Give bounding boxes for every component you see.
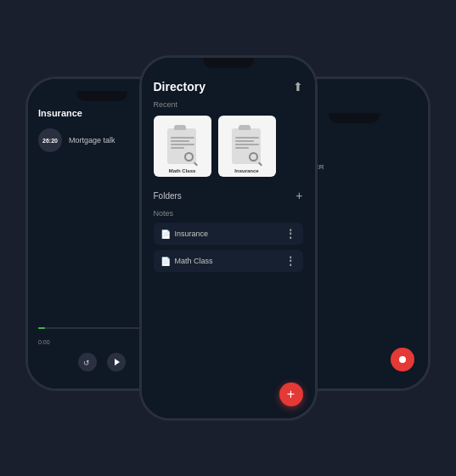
left-time: 0:00 [38, 339, 50, 345]
note-item-left-math: 📄 Math Class [160, 257, 213, 266]
rewind-icon: ↺ [83, 358, 92, 366]
center-phone-screen: Directory ⬆ Recent [142, 58, 315, 418]
phone-notch [203, 58, 254, 68]
doc-icon: 📄 [160, 230, 171, 239]
left-item-label: Mortgage talk [69, 136, 115, 144]
note-name-math: Math Class [175, 257, 213, 265]
folders-label: Folders [154, 191, 182, 201]
svg-marker-1 [115, 359, 120, 366]
insurance-label: Insurance [218, 168, 276, 173]
svg-text:↺: ↺ [83, 359, 90, 366]
play-button[interactable] [107, 353, 126, 371]
mic-icon [399, 356, 406, 363]
left-duration: 26:20 [42, 138, 58, 144]
fab-label: + [287, 387, 295, 402]
left-avatar: 26:20 [38, 128, 62, 152]
directory-title: Directory [154, 80, 205, 94]
recent-row: Math Class [142, 116, 315, 177]
fab-button[interactable]: + [279, 382, 303, 406]
export-icon[interactable]: ⬆ [293, 80, 303, 94]
note-item-left: 📄 Insurance [160, 230, 209, 239]
play-icon [112, 358, 121, 366]
folders-row: Folders + [142, 189, 315, 202]
directory-header: Directory ⬆ [142, 68, 315, 100]
note-item-math[interactable]: 📄 Math Class ⋮ [154, 250, 303, 272]
recent-label: Recent [142, 100, 315, 109]
note-menu-button-math[interactable]: ⋮ [285, 255, 296, 267]
math-class-label: Math Class [154, 168, 211, 173]
add-folder-button[interactable]: + [296, 189, 302, 202]
note-item-insurance[interactable]: 📄 Insurance ⋮ [154, 223, 303, 245]
record-button[interactable] [391, 348, 414, 371]
note-menu-button-insurance[interactable]: ⋮ [285, 228, 296, 240]
doc-icon-math: 📄 [160, 257, 171, 266]
left-progress-fill [38, 327, 45, 329]
center-phone: Directory ⬆ Recent [139, 55, 318, 421]
recent-card-insurance[interactable]: Insurance [218, 116, 276, 177]
notes-label: Notes [142, 209, 315, 218]
note-name-insurance: Insurance [175, 230, 209, 238]
rewind-button[interactable]: ↺ [78, 353, 97, 371]
recent-card-math[interactable]: Math Class [154, 116, 211, 177]
